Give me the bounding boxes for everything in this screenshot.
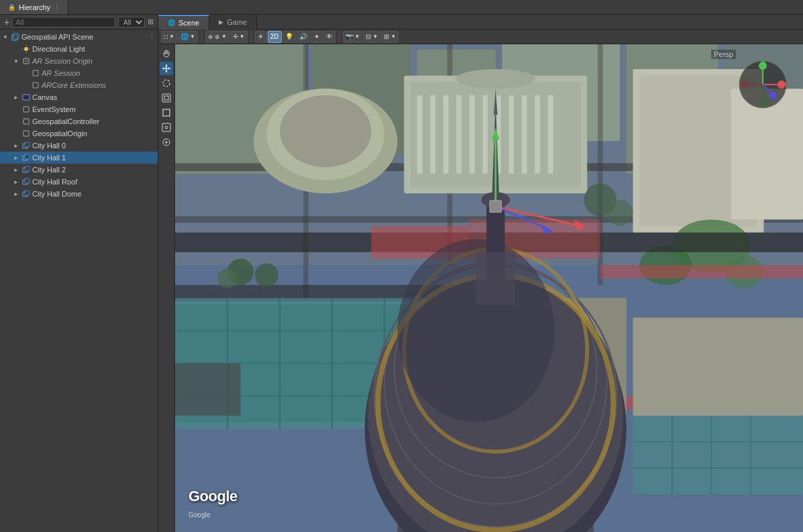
chd-arrow	[12, 190, 20, 198]
gizmos-btn[interactable]: ⊕ ⊕ ▼	[205, 31, 229, 43]
tab-hierarchy[interactable]: 🔒 Hierarchy ⋮	[0, 0, 68, 14]
move-tool-sidebar-btn[interactable]	[160, 62, 173, 75]
directional-light-label: Directional Light	[32, 45, 158, 53]
event-system-icon	[21, 105, 31, 114]
sep3	[339, 32, 339, 42]
custom-tool-btn[interactable]	[160, 136, 173, 149]
hierarchy-menu-icon[interactable]: ⋮	[54, 4, 60, 11]
arcore-extensions-label: ARCore Extensions	[42, 81, 158, 89]
tree-item-city-hall-dome[interactable]: City Hall Dome	[0, 188, 158, 200]
tools-sidebar	[158, 44, 175, 532]
tree-item-city-hall-0[interactable]: City Hall 0	[0, 140, 158, 152]
layers-arrow: ▼	[372, 34, 378, 40]
tree-item-city-hall-2[interactable]: City Hall 2	[0, 164, 158, 176]
tree-item-city-hall-1[interactable]: City Hall 1	[0, 152, 158, 164]
svg-rect-80	[600, 265, 803, 278]
tree-item-geospatial-controller[interactable]: GeospatialController	[0, 115, 158, 127]
grid-btn[interactable]: ⊞ ▼	[381, 31, 398, 43]
eye-icon: 👁	[326, 33, 333, 40]
city-hall-dome-icon	[21, 189, 31, 199]
game-tab-label: Game	[227, 18, 247, 26]
rect-tool-btn[interactable]	[160, 106, 173, 119]
ar-session-origin-icon	[21, 56, 31, 66]
svg-rect-64	[535, 95, 540, 174]
scene-area: 🌐 Scene ▶ Game □ ▼ 🌐 ▼	[158, 15, 803, 532]
tree-item-directional-light[interactable]: Directional Light	[0, 43, 158, 55]
lighting-btn[interactable]: 💡	[282, 31, 296, 43]
camera-btn[interactable]: 📷 ▼	[343, 31, 363, 43]
svg-point-140	[741, 81, 747, 88]
scene-fx-btn[interactable]: ☀	[255, 31, 267, 43]
scene-game-tabs: 🌐 Scene ▶ Game	[158, 15, 803, 30]
search-input[interactable]	[12, 17, 115, 28]
tree-item-city-hall-roof[interactable]: City Hall Roof	[0, 176, 158, 188]
draw-mode-group: □ ▼ 🌐 ▼	[161, 31, 198, 43]
tree-item-event-system[interactable]: EventSystem	[0, 103, 158, 115]
add-icon[interactable]: +	[4, 17, 9, 28]
geospatial-controller-icon	[21, 117, 31, 126]
audio-btn[interactable]: 🔊	[297, 31, 310, 43]
geospatial-controller-label: GeospatialController	[32, 117, 158, 125]
move-tool-btn[interactable]: ✛ ▼	[230, 31, 248, 43]
gizmos-arrow: ▼	[221, 34, 227, 40]
layers-icon: ⊟	[366, 33, 371, 40]
2d-btn[interactable]: 🌐 ▼	[178, 31, 198, 43]
svg-rect-23	[25, 178, 30, 183]
tree-root-scene[interactable]: Geospatial API Scene ⋮	[0, 31, 158, 43]
globe-icon: 🌐	[180, 33, 189, 40]
tree-item-arcore-extensions[interactable]: ARCore Extensions	[0, 79, 158, 91]
city-hall-1-label: City Hall 1	[32, 154, 158, 162]
hierarchy-search-bar: + All ⊞	[0, 15, 158, 30]
scene-menu-icon[interactable]: ⋮	[149, 34, 155, 40]
persp-label: Persp	[711, 50, 736, 59]
svg-rect-93	[633, 317, 804, 415]
tree-item-ar-session[interactable]: AR Session	[0, 67, 158, 79]
camera-arrow: ▼	[355, 34, 360, 40]
ch0-arrow	[12, 142, 20, 150]
hand-tool-btn[interactable]	[160, 47, 173, 60]
sep1	[201, 32, 202, 42]
transform-tool-btn[interactable]	[160, 121, 173, 134]
main-area: + All ⊞ Geospatial API Scene ⋮	[0, 15, 803, 532]
tree-item-ar-session-origin[interactable]: AR Session Origin	[0, 55, 158, 67]
svg-rect-113	[476, 252, 516, 305]
tree-item-canvas[interactable]: Canvas	[0, 91, 158, 103]
vfx-btn[interactable]: ✦	[311, 31, 323, 43]
ch1-arrow	[12, 154, 20, 162]
vfx-icon: ✦	[314, 33, 319, 40]
svg-rect-57	[443, 95, 449, 174]
top-tab-bar: 🔒 Hierarchy ⋮	[0, 0, 803, 15]
tab-scene[interactable]: 🌐 Scene	[158, 15, 209, 30]
tab-game[interactable]: ▶ Game	[209, 15, 257, 30]
tree-item-geospatial-origin[interactable]: GeospatialOrigin	[0, 127, 158, 140]
scene-viewport[interactable]: Persp Y X	[175, 44, 803, 532]
navigation-gizmo[interactable]: Y X Z	[736, 58, 790, 111]
hierarchy-tab-label: Hierarchy	[19, 3, 50, 11]
layout-icon[interactable]: ⊞	[148, 17, 154, 26]
event-system-label: EventSystem	[32, 105, 158, 113]
svg-point-123	[217, 268, 237, 288]
svg-rect-33	[162, 94, 170, 102]
svg-point-136	[769, 92, 776, 99]
geospatial-origin-label: GeospatialOrigin	[32, 129, 158, 138]
city-hall-dome-label: City Hall Dome	[32, 190, 158, 198]
svg-rect-1	[13, 34, 19, 39]
layers-btn[interactable]: ⊟ ▼	[363, 31, 380, 43]
draw-mode-btn[interactable]: □ ▼	[161, 31, 177, 43]
svg-rect-10	[33, 70, 38, 76]
city-hall-2-icon	[21, 165, 31, 174]
svg-point-69	[280, 95, 372, 167]
directional-light-icon	[21, 44, 31, 54]
google-watermark: Google	[189, 488, 237, 505]
city-hall-2-label: City Hall 2	[32, 166, 158, 174]
svg-marker-30	[162, 67, 164, 70]
hidden-btn[interactable]: 👁	[323, 31, 335, 43]
canvas-label: Canvas	[32, 93, 158, 101]
svg-rect-58	[456, 95, 462, 174]
scale-tool-btn[interactable]	[160, 91, 173, 105]
svg-rect-94	[633, 416, 804, 494]
2d-toggle-btn[interactable]: 2D	[268, 31, 282, 43]
search-filter-dropdown[interactable]: All	[118, 17, 145, 28]
rotate-tool-btn[interactable]	[160, 76, 173, 90]
root-scene-icon	[11, 32, 20, 42]
